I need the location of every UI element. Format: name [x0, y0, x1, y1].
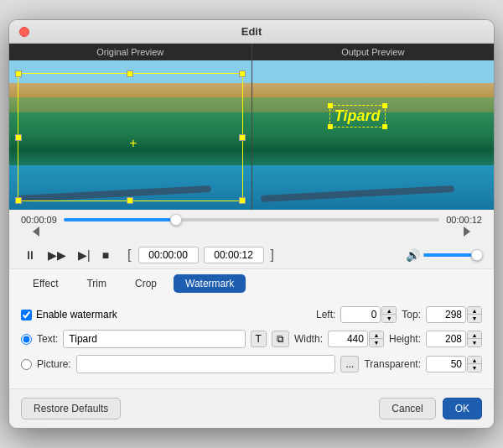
picture-input[interactable]	[76, 355, 336, 373]
top-input[interactable]	[426, 306, 466, 323]
transparent-spin: ▲ ▼	[467, 356, 482, 372]
enable-watermark-checkbox[interactable]	[21, 310, 32, 320]
crop-handle-mid-left[interactable]	[15, 134, 22, 141]
wm-handle-br	[382, 124, 387, 129]
window-title: Edit	[241, 25, 262, 38]
text-radio[interactable]	[21, 334, 32, 345]
end-time-label: 00:00:12	[446, 215, 482, 225]
ok-button[interactable]: OK	[443, 398, 482, 419]
volume-thumb[interactable]	[471, 249, 483, 261]
picture-radio-row: Picture: ...	[21, 355, 359, 373]
pause-button[interactable]: ⏸	[21, 247, 39, 263]
titlebar: Edit	[9, 20, 494, 44]
controls-row: ⏸ ▶▶ ▶| ■ [ ] 🔊	[9, 242, 494, 268]
timeline-row: 00:00:09 00:00:12	[21, 215, 482, 225]
crop-handle-bottom-left[interactable]	[15, 197, 22, 204]
height-spin-down[interactable]: ▼	[468, 339, 481, 346]
start-time-label: 00:00:09	[21, 215, 57, 225]
crop-handle-top-left[interactable]	[15, 70, 22, 77]
browse-icon: ...	[345, 358, 354, 370]
width-spin-down[interactable]: ▼	[370, 339, 383, 346]
output-preview-label: Output Preview	[252, 44, 495, 60]
wm-handle-tl	[328, 103, 333, 108]
crop-overlay[interactable]: +	[18, 73, 243, 201]
restore-defaults-button[interactable]: Restore Defaults	[21, 398, 121, 419]
top-spin-down[interactable]: ▼	[468, 315, 481, 322]
transparent-input[interactable]	[426, 356, 466, 372]
text-icon: T	[256, 333, 262, 345]
left-input-group: ▲ ▼	[340, 306, 397, 323]
left-field-label: Left:	[316, 309, 335, 320]
output-video-frame: Tipard	[252, 60, 495, 210]
top-spin-up[interactable]: ▲	[468, 307, 481, 315]
output-preview-pane: Output Preview Tipard	[252, 44, 495, 210]
crop-handle-bottom-mid[interactable]	[127, 197, 133, 204]
enable-watermark-label[interactable]: Enable watermark	[21, 309, 311, 320]
height-input[interactable]	[426, 331, 466, 347]
width-spin-up[interactable]: ▲	[370, 331, 383, 339]
timeline-area: 00:00:09 00:00:12	[9, 210, 494, 242]
form-row-3: Picture: ... Transparent: ▲ ▼	[21, 355, 482, 373]
height-input-group: ▲ ▼	[426, 331, 482, 347]
volume-icon: 🔊	[406, 248, 420, 262]
tabs-row: Effect Trim Crop Watermark	[9, 268, 494, 298]
progress-thumb[interactable]	[170, 214, 182, 226]
width-input[interactable]	[328, 331, 368, 347]
bracket-right: ]	[269, 247, 276, 263]
crop-handle-top-right[interactable]	[239, 70, 246, 77]
tab-watermark[interactable]: Watermark	[174, 274, 246, 293]
left-spin-down[interactable]: ▼	[382, 315, 396, 322]
trim-right-marker[interactable]	[464, 227, 470, 237]
height-field-label: Height:	[389, 333, 421, 345]
bracket-left: [	[126, 247, 132, 263]
original-preview-content: +	[9, 60, 252, 210]
stop-icon: ■	[102, 248, 109, 262]
road-overlay-output	[260, 185, 454, 202]
picture-field-label: Picture:	[37, 358, 71, 370]
width-height-fields: Width: ▲ ▼ Height: ▲ ▼	[294, 331, 482, 347]
edit-window: Edit Original Preview	[8, 19, 495, 429]
transparent-spin-down[interactable]: ▼	[468, 364, 481, 372]
cancel-button[interactable]: Cancel	[379, 398, 435, 419]
crop-handle-mid-right[interactable]	[239, 134, 246, 141]
original-preview-label: Original Preview	[9, 44, 252, 60]
browse-button[interactable]: ...	[340, 356, 359, 372]
top-field-label: Top:	[402, 309, 421, 320]
left-spin-up[interactable]: ▲	[382, 307, 396, 315]
height-spin: ▲ ▼	[467, 331, 482, 347]
transparent-fields: Transparent: ▲ ▼	[364, 356, 482, 372]
height-spin-up[interactable]: ▲	[468, 331, 481, 339]
volume-track[interactable]	[423, 253, 482, 257]
watermark-preview: Tipard	[329, 105, 386, 128]
crop-handle-bottom-right[interactable]	[239, 197, 246, 204]
picture-radio[interactable]	[21, 359, 32, 370]
text-format-button[interactable]: T	[251, 331, 267, 347]
close-button[interactable]	[19, 27, 29, 37]
text-input[interactable]	[63, 330, 245, 348]
text-field-label: Text:	[37, 333, 58, 345]
progress-track[interactable]	[64, 218, 439, 221]
current-time-input[interactable]	[138, 247, 199, 263]
trim-left-marker[interactable]	[33, 227, 39, 237]
duration-input[interactable]	[204, 247, 264, 263]
stop-button[interactable]: ■	[99, 247, 112, 263]
transparent-spin-up[interactable]: ▲	[468, 357, 481, 364]
top-input-group: ▲ ▼	[426, 306, 482, 323]
tab-crop[interactable]: Crop	[123, 274, 169, 293]
next-frame-button[interactable]: ▶|	[75, 247, 94, 263]
tab-trim[interactable]: Trim	[75, 274, 118, 293]
crop-handle-top-mid[interactable]	[127, 70, 133, 77]
transparent-input-group: ▲ ▼	[426, 356, 482, 372]
top-spin: ▲ ▼	[467, 306, 482, 323]
transparent-field-label: Transparent:	[364, 358, 421, 370]
left-input[interactable]	[340, 306, 381, 323]
form-row-1: Enable watermark Left: ▲ ▼ Top: ▲ ▼	[21, 306, 482, 323]
left-spin: ▲ ▼	[381, 306, 397, 323]
fast-forward-button[interactable]: ▶▶	[44, 247, 70, 263]
tab-effect[interactable]: Effect	[21, 274, 70, 293]
wm-handle-bl	[328, 124, 333, 129]
next-frame-icon: ▶|	[78, 248, 91, 262]
copy-button[interactable]: ⧉	[272, 331, 289, 347]
width-input-group: ▲ ▼	[328, 331, 384, 347]
preview-area: Original Preview +	[9, 44, 494, 210]
